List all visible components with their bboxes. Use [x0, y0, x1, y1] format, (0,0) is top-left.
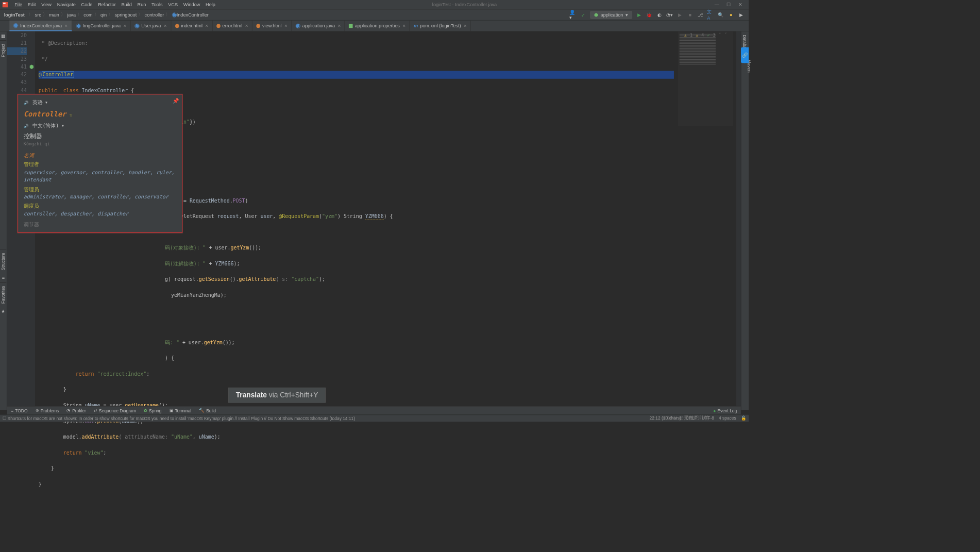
crumb-target[interactable]: IndexController [177, 12, 209, 18]
menu-window[interactable]: Window [180, 2, 202, 7]
tab-close-icon[interactable]: × [123, 23, 126, 28]
pin-icon[interactable]: 📌 [173, 97, 179, 105]
pinyin: Kòngzhì qì [24, 141, 176, 148]
structure-icon[interactable]: ≡ [0, 274, 7, 282]
attach-icon[interactable]: ▶ [677, 11, 684, 19]
maven-file-icon: m [414, 23, 418, 29]
editor-area: ▲1 ▲4 ✔3 ˆ ˇ 2021 22 23 ⬢ 41424344454647… [7, 31, 741, 406]
tab-close-icon[interactable]: × [464, 23, 467, 28]
user-icon[interactable]: 👤▾ [569, 11, 577, 19]
tab-close-icon[interactable]: × [205, 23, 208, 28]
problems-tab[interactable]: ⊘ Problems [31, 408, 63, 413]
menu-run[interactable]: Run [134, 2, 149, 7]
menu-code[interactable]: Code [78, 2, 95, 7]
translation-main: 控制器 [24, 131, 176, 141]
tab-close-icon[interactable]: × [64, 23, 67, 28]
profiler-tab[interactable]: ◔ Profiler [63, 408, 90, 413]
stop-icon[interactable]: ■ [686, 11, 694, 19]
menu-refactor[interactable]: Refactor [95, 2, 119, 7]
watermark: CSDN @爱德巴菲特 [663, 414, 709, 422]
translate-icon[interactable]: 文A [707, 11, 714, 19]
editor-tabs: IndexController.java× ImgController.java… [0, 21, 749, 31]
definition-en: administrator, manager, controller, cons… [24, 193, 176, 200]
indent-info[interactable]: 4 spaces [719, 416, 736, 421]
tab-appprops[interactable]: application.properties× [345, 21, 410, 31]
tab-user[interactable]: User.java× [131, 21, 171, 31]
error-stripe[interactable] [736, 31, 741, 406]
tab-pom[interactable]: mpom.xml (loginTest)× [410, 21, 471, 31]
crumb[interactable]: controller [145, 12, 164, 18]
menu-edit[interactable]: Edit [25, 2, 39, 7]
run-icon[interactable]: ▶ [635, 11, 643, 19]
target-lang-selector[interactable]: 中文(简体) ▾ [24, 122, 176, 129]
structure-tool-tab[interactable]: Structure [0, 249, 6, 274]
spring-bean-icon[interactable]: ⬢ [29, 63, 34, 68]
settings-icon[interactable]: ▶ [738, 11, 745, 19]
java-file-icon [76, 23, 80, 28]
coverage-icon[interactable]: ◐ [656, 11, 663, 19]
crumb[interactable]: java [67, 12, 76, 18]
tab-close-icon[interactable]: × [284, 23, 288, 28]
menu-vcs[interactable]: VCS [165, 2, 181, 7]
speaker-icon[interactable] [24, 98, 30, 106]
menu-tools[interactable]: Tools [149, 2, 165, 7]
menu-file[interactable]: File [12, 2, 25, 7]
tab-imgcontroller[interactable]: ImgController.java× [72, 21, 131, 31]
project-icon[interactable]: ▦ [0, 31, 7, 40]
crumb[interactable]: qin [100, 12, 107, 18]
star-icon[interactable]: ☆ [70, 112, 73, 118]
status-icon[interactable]: ☐ [3, 416, 7, 421]
tab-viewhtml[interactable]: view.html× [252, 21, 292, 31]
minimap[interactable] [678, 31, 733, 126]
props-file-icon [349, 24, 353, 28]
project-tool-tab[interactable]: Project [0, 40, 6, 60]
tab-close-icon[interactable]: × [245, 23, 248, 28]
maximize-icon[interactable]: ☐ [723, 2, 735, 7]
crumb[interactable]: src [35, 12, 41, 18]
terminal-tab[interactable]: ▣ Terminal [165, 408, 195, 413]
minimize-icon[interactable]: — [711, 2, 723, 7]
menu-navigate[interactable]: Navigate [54, 2, 78, 7]
favorites-icon[interactable]: ★ [0, 307, 7, 315]
ai-icon[interactable]: ● [728, 11, 735, 19]
java-file-icon [134, 23, 139, 28]
crumb[interactable]: com [83, 12, 92, 18]
vcs-icon[interactable]: ⎇ [697, 11, 704, 19]
menu-build[interactable]: Build [119, 2, 134, 7]
definition-zh: 管理员 [24, 185, 176, 193]
assist-badge-icon[interactable]: 🔗 [741, 47, 749, 63]
menu-help[interactable]: Help [203, 2, 218, 7]
todo-tab[interactable]: ≡ TODO [7, 408, 31, 413]
build-tab[interactable]: 🔨 Build [195, 408, 220, 413]
crumb[interactable]: main [49, 12, 59, 18]
project-crumb[interactable]: loginTest [4, 12, 25, 18]
debug-icon[interactable]: 🐞 [646, 11, 653, 19]
menu-view[interactable]: View [39, 2, 54, 7]
html-file-icon [175, 24, 179, 28]
spring-tab[interactable]: ✿ Spring [140, 408, 166, 413]
popup-headword: Controller [24, 110, 66, 118]
profiler-icon[interactable]: ◔▾ [666, 11, 673, 19]
tab-close-icon[interactable]: × [337, 23, 341, 28]
search-icon[interactable]: 🔍 [717, 11, 724, 19]
tab-close-icon[interactable]: × [164, 23, 167, 28]
read-only-icon[interactable]: 🔓 [741, 416, 747, 421]
tab-application[interactable]: application.java× [292, 21, 345, 31]
event-log-tab[interactable]: ● Event Log [709, 408, 741, 413]
tab-indexcontroller[interactable]: IndexController.java× [9, 21, 72, 31]
back-icon[interactable]: ↙ [580, 11, 587, 19]
close-icon[interactable]: ✕ [735, 2, 747, 7]
source-lang-selector[interactable]: 英语 ▾ [24, 98, 176, 106]
sequence-tab[interactable]: ⇄ Sequence Diagram [90, 408, 140, 413]
html-file-icon [256, 24, 260, 28]
run-config-selector[interactable]: ⬢application ▾ [590, 11, 632, 19]
speaker-icon[interactable] [24, 122, 30, 129]
crumb[interactable]: springboot [114, 12, 137, 18]
tab-indexhtml[interactable]: index.html× [171, 21, 212, 31]
part-of-speech: 名词 [24, 152, 176, 159]
definition-zh: 调度员 [24, 202, 176, 210]
favorites-tool-tab[interactable]: Favorites [0, 282, 6, 307]
tab-close-icon[interactable]: × [402, 23, 405, 28]
status-message[interactable]: Shortcuts for macOS are not shown: In or… [8, 416, 355, 421]
tab-errorhtml[interactable]: error.html× [212, 21, 252, 31]
